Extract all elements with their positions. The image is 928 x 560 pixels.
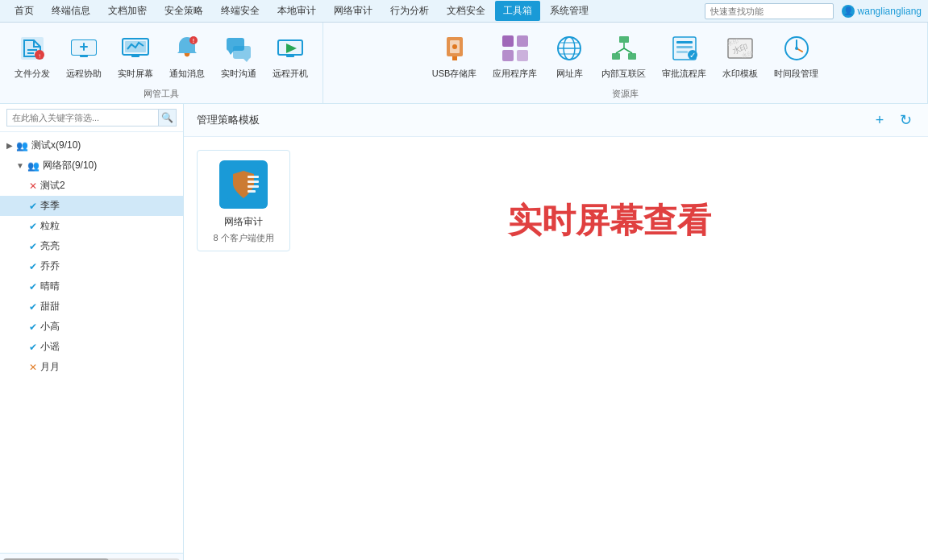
list-item[interactable]: ✕ 月月: [0, 357, 183, 377]
toolbar-time-segment[interactable]: 时间段管理: [769, 29, 823, 83]
nav-behavior-analysis[interactable]: 行为分析: [382, 1, 437, 21]
user-avatar-icon: 👤: [842, 5, 855, 18]
nav-doc-security[interactable]: 文档安全: [439, 1, 493, 21]
nav-security-policy[interactable]: 安全策略: [156, 1, 211, 21]
svg-rect-19: [286, 55, 294, 57]
svg-point-52: [795, 47, 798, 50]
nav-terminal-info[interactable]: 终端信息: [44, 1, 98, 21]
toolbar-usb[interactable]: USB存储库: [427, 29, 482, 83]
tree-area: ▶ 👥 测试x(9/10) ▼ 👥 网络部(9/10) ✕ 测试2 ✔ 李季: [0, 132, 183, 553]
remote-boot-icon: [276, 34, 305, 63]
leaf-name: 甜甜: [40, 300, 60, 313]
list-item[interactable]: ✔ 小高: [0, 317, 183, 337]
refresh-button[interactable]: ↻: [896, 110, 915, 130]
list-item[interactable]: ✔ 粒粒: [0, 216, 183, 236]
toolbar-internal-network[interactable]: 内部互联区: [597, 29, 651, 83]
nav-network-audit[interactable]: 网络审计: [326, 1, 381, 21]
user-menu[interactable]: 👤 wangliangliang: [842, 5, 922, 18]
svg-rect-15: [233, 46, 251, 59]
svg-rect-42: [676, 51, 688, 53]
sidebar-search-area: 🔍: [0, 104, 183, 132]
leaf-name: 亮亮: [40, 239, 60, 253]
leaf-name: 乔乔: [40, 259, 60, 273]
leaf-name: 小谣: [40, 340, 60, 354]
group-icon: 👥: [16, 140, 28, 151]
svg-rect-27: [517, 50, 528, 61]
list-item[interactable]: ✔ 乔乔: [0, 256, 183, 276]
toolbar-website-library[interactable]: 网址库: [548, 29, 590, 83]
list-item[interactable]: ✕ 测试2: [0, 176, 183, 196]
tree-group-item[interactable]: ▼ 👥 网络部(9/10): [0, 156, 183, 176]
toolbar-section-nettools: ↑ 文件分发 远程协助: [0, 23, 323, 103]
svg-marker-14: [228, 51, 234, 55]
svg-rect-40: [676, 41, 693, 44]
status-warn-icon: ✕: [29, 362, 37, 373]
realtime-chat-icon: [224, 34, 253, 63]
sidebar-bottom-bar: [0, 553, 183, 560]
toolbar-remote-boot[interactable]: 远程开机: [268, 29, 313, 83]
file-distribute-icon: ↑: [18, 34, 47, 63]
internal-network-icon: [610, 34, 639, 63]
time-segment-label: 时间段管理: [774, 68, 818, 80]
notification-label: 通知消息: [169, 68, 205, 80]
leaf-name: 小高: [40, 320, 60, 334]
realtime-chat-label: 实时沟通: [221, 68, 256, 80]
svg-rect-57: [248, 190, 256, 193]
tree-root-item[interactable]: ▶ 👥 测试x(9/10): [0, 135, 183, 156]
status-ok-icon: ✔: [29, 281, 37, 292]
watermark-icon: 水印 水印 水印: [726, 34, 755, 63]
toolbar-remote-assist[interactable]: 远程协助: [61, 29, 106, 83]
svg-rect-7: [80, 55, 88, 57]
sidebar-search-button[interactable]: 🔍: [159, 109, 177, 127]
toolbar-file-distribute[interactable]: ↑ 文件分发: [10, 29, 55, 83]
svg-rect-10: [131, 55, 139, 57]
nettools-section-label: 网管工具: [0, 86, 323, 103]
toolbar-watermark[interactable]: 水印 水印 水印 水印模板: [718, 29, 763, 83]
svg-rect-24: [502, 35, 514, 47]
main-layout: 🔍 ▶ 👥 测试x(9/10) ▼ 👥 网络部(9/10) ✕ 测试2: [0, 104, 928, 560]
nav-terminal-security[interactable]: 终端安全: [213, 1, 268, 21]
policy-card[interactable]: 网络审计 8 个客户端使用: [197, 150, 290, 251]
list-item[interactable]: ✔ 李季: [0, 196, 183, 216]
nav-local-audit[interactable]: 本地审计: [269, 1, 324, 21]
tree-root-label: 测试x(9/10): [31, 139, 81, 152]
expand-arrow-icon: ▶: [6, 141, 13, 150]
nav-toolbox[interactable]: 工具箱: [495, 1, 540, 21]
watermark-label: 水印模板: [722, 68, 758, 80]
status-ok-icon: ✔: [29, 261, 37, 272]
list-item[interactable]: ✔ 甜甜: [0, 297, 183, 317]
toolbar-realtime-screen[interactable]: 实时屏幕: [113, 29, 158, 83]
group-expand-icon: ▼: [16, 161, 24, 170]
internal-network-label: 内部互联区: [601, 68, 646, 80]
list-item[interactable]: ✔ 晴晴: [0, 276, 183, 297]
add-policy-button[interactable]: +: [870, 110, 889, 130]
list-item[interactable]: ✔ 亮亮: [0, 236, 183, 256]
website-library-icon: [555, 34, 584, 63]
nav-doc-encrypt[interactable]: 文档加密: [100, 1, 155, 21]
svg-rect-41: [676, 46, 693, 48]
tree-group-label: 网络部(9/10): [43, 159, 97, 172]
toolbar: ↑ 文件分发 远程协助: [0, 23, 928, 104]
remote-boot-label: 远程开机: [273, 68, 308, 80]
sidebar-search-input[interactable]: [6, 109, 159, 127]
toolbar-audit-flow[interactable]: ✓ 审批流程库: [657, 29, 711, 83]
list-item[interactable]: ✔ 小谣: [0, 337, 183, 357]
svg-text:↑: ↑: [38, 52, 41, 60]
content-title: 管理策略模板: [197, 113, 260, 127]
status-ok-icon: ✔: [29, 241, 37, 252]
nav-home[interactable]: 首页: [6, 1, 42, 21]
svg-text:!: !: [193, 38, 194, 44]
nav-system-mgmt[interactable]: 系统管理: [542, 1, 597, 21]
network-audit-policy-icon: [223, 164, 264, 205]
global-search-input[interactable]: [705, 3, 834, 19]
svg-text:✓: ✓: [689, 51, 696, 60]
toolbar-notification[interactable]: ! 通知消息: [164, 29, 210, 83]
resources-section-label: 资源库: [323, 86, 927, 103]
status-ok-icon: ✔: [29, 221, 37, 232]
audit-flow-label: 审批流程库: [662, 68, 706, 80]
toolbar-realtime-chat[interactable]: 实时沟通: [216, 29, 261, 83]
toolbar-app-library[interactable]: 应用程序库: [488, 29, 542, 83]
username-label: wangliangliang: [858, 6, 922, 17]
svg-rect-35: [628, 53, 636, 60]
policy-count: 8 个客户端使用: [213, 232, 273, 244]
